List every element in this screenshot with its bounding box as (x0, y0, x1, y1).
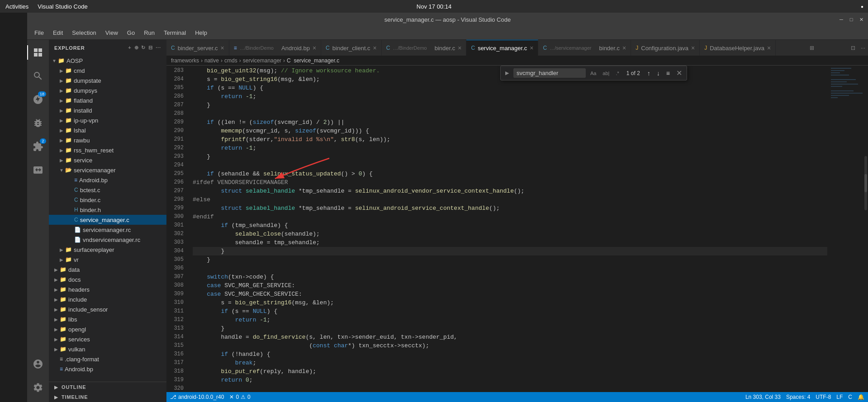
tree-service-manager-c[interactable]: ▶ Cservice_manager.c (49, 215, 166, 225)
tree-libs[interactable]: ▶📁libs (49, 314, 166, 324)
tab-binder-client[interactable]: C binder_client.c × (321, 40, 382, 56)
tree-service[interactable]: ▶📁service (49, 155, 166, 165)
tab-binder-c-binderdemo[interactable]: C …/BinderDemo binder.c × (382, 40, 467, 56)
more-actions-button[interactable]: ··· (858, 40, 868, 56)
activity-explorer[interactable] (27, 42, 49, 63)
breadcrumb-part-5[interactable]: C service_manager.c (287, 57, 339, 64)
activity-git[interactable]: 18 (27, 89, 49, 110)
tree-servicemanager-rc[interactable]: ▶ 📄servicemanager.rc (49, 225, 166, 235)
tree-android-bp[interactable]: ▶ ≡Android.bp (49, 175, 166, 185)
activity-avatar[interactable] (27, 353, 49, 375)
activity-settings[interactable] (27, 377, 49, 398)
find-match-case-button[interactable]: Aa (588, 70, 598, 77)
tree-rss-hwm-reset[interactable]: ▶📁rss_hwm_reset (49, 145, 166, 155)
tree-android-bp-root[interactable]: ▶ ≡Android.bp (49, 364, 166, 374)
spaces-status[interactable]: Spaces: 4 (786, 394, 810, 400)
find-next-button[interactable]: ↓ (655, 69, 662, 78)
collapse-icon[interactable]: ⊟ (148, 45, 153, 51)
menu-terminal[interactable]: Terminal (160, 28, 190, 38)
position-status[interactable]: Ln 303, Col 33 (745, 394, 781, 400)
line-endings-status[interactable]: LF (836, 394, 843, 400)
new-folder-icon[interactable]: ⊕ (134, 45, 139, 51)
tab-close-icon[interactable]: × (373, 44, 377, 52)
tree-services[interactable]: ▶📁services (49, 334, 166, 344)
language-status[interactable]: C (848, 394, 852, 400)
tab-configuration-java[interactable]: J Configuration.java × (631, 40, 700, 56)
tab-close-icon[interactable]: × (622, 44, 626, 52)
find-extra-button[interactable]: ≡ (664, 69, 672, 78)
activity-debug[interactable] (27, 112, 49, 134)
feedback-icon[interactable]: 🔔 (858, 394, 864, 400)
menu-edit[interactable]: Edit (49, 28, 66, 38)
activities-button[interactable]: Activities (0, 0, 34, 13)
tree-servicemanager[interactable]: ▼📂servicemanager (49, 165, 166, 175)
tree-surfacereplayer[interactable]: ▶📁surfacereplayer (49, 245, 166, 255)
menu-file[interactable]: File (31, 28, 47, 38)
breadcrumb-part-4[interactable]: servicemanager (243, 57, 281, 64)
breadcrumb-part-1[interactable]: frameworks (171, 57, 199, 64)
tree-binder-c[interactable]: ▶ Cbinder.c (49, 195, 166, 205)
menu-selection[interactable]: Selection (68, 28, 100, 38)
close-button[interactable]: ✕ (858, 16, 864, 23)
tabs-more-button[interactable]: ⊞ (806, 40, 818, 56)
tree-binder-h[interactable]: ▶ Hbinder.h (49, 205, 166, 215)
find-close-button[interactable]: ✕ (674, 68, 684, 78)
tree-dumpstate[interactable]: ▶📁dumpstate (49, 76, 166, 85)
menu-help[interactable]: Help (191, 28, 211, 38)
tree-rawbu[interactable]: ▶📁rawbu (49, 135, 166, 145)
tree-cmd[interactable]: ▶ 📁 cmd (49, 66, 166, 76)
tab-close-icon[interactable]: × (221, 44, 224, 52)
tree-include-sensor[interactable]: ▶📁include_sensor (49, 304, 166, 314)
tree-docs[interactable]: ▶📁docs (49, 274, 166, 284)
breadcrumb-part-3[interactable]: cmds (224, 57, 237, 64)
outline-header[interactable]: ▶ OUTLINE (49, 382, 166, 392)
errors-status[interactable]: ✕ 0 ⚠ 0 (229, 394, 250, 400)
maximize-button[interactable]: □ (848, 16, 854, 23)
tab-android-bp[interactable]: ≡ …/BinderDemo Android.bp × (229, 40, 321, 56)
find-prev-button[interactable]: ↑ (645, 69, 652, 78)
refresh-icon[interactable]: ↻ (141, 45, 146, 51)
tree-flatland[interactable]: ▶📁flatland (49, 95, 166, 105)
minimize-button[interactable]: ─ (838, 16, 844, 23)
menu-go[interactable]: Go (123, 28, 138, 38)
tab-close-icon[interactable]: × (767, 44, 771, 52)
tab-binder-server[interactable]: C binder_server.c × (166, 40, 229, 56)
tab-binder-c-servicemanager[interactable]: C …/servicemanager binder.c × (538, 40, 631, 56)
breadcrumb-part-2[interactable]: native (204, 57, 219, 64)
menu-view[interactable]: View (102, 28, 122, 38)
tree-data[interactable]: ▶📁data (49, 265, 166, 274)
tab-service-manager[interactable]: C service_manager.c × (466, 40, 538, 56)
tree-vr[interactable]: ▶📁vr (49, 255, 166, 265)
tree-bctest-c[interactable]: ▶ Cbctest.c (49, 185, 166, 195)
split-editor-button[interactable]: ⊡ (848, 40, 858, 56)
tree-headers[interactable]: ▶📁headers (49, 284, 166, 294)
find-whole-word-button[interactable]: ab| (601, 70, 611, 77)
encoding-status[interactable]: UTF-8 (816, 394, 831, 400)
tree-vndservicemanager-rc[interactable]: ▶ 📄vndservicemanager.rc (49, 235, 166, 245)
find-input[interactable] (513, 68, 586, 78)
activity-remote[interactable] (27, 159, 49, 181)
tree-installd[interactable]: ▶📁installd (49, 105, 166, 115)
tab-close-icon[interactable]: × (313, 44, 316, 52)
tab-close-icon[interactable]: × (691, 44, 695, 52)
tree-lshal[interactable]: ▶📁lshal (49, 125, 166, 135)
tree-ip-up-vpn[interactable]: ▶📁ip-up-vpn (49, 115, 166, 125)
timeline-header[interactable]: ▶ TIMELINE (49, 392, 166, 402)
git-branch-status[interactable]: ⎇ android-10.0.0_r40 (170, 394, 224, 400)
new-file-icon[interactable]: + (128, 45, 131, 51)
tree-clang-format[interactable]: ▶ ≡.clang-format (49, 354, 166, 364)
find-toggle-icon[interactable]: ▶ (503, 69, 511, 77)
tree-root-aosp[interactable]: ▼ 📁 AOSP (49, 56, 166, 66)
more-actions-icon[interactable]: ··· (156, 45, 161, 51)
tree-vulkan[interactable]: ▶📁vulkan (49, 344, 166, 354)
tree-opengl[interactable]: ▶📁opengl (49, 324, 166, 334)
code-editor[interactable]: 283284285286287 288289290291292 29329429… (166, 66, 827, 392)
find-regex-button[interactable]: .* (614, 70, 621, 77)
tab-close-icon[interactable]: × (458, 44, 461, 52)
activity-extensions[interactable]: 2 (27, 136, 49, 157)
tree-include[interactable]: ▶📁include (49, 294, 166, 304)
tab-databasehelper-java[interactable]: J DatabaseHelper.java × (700, 40, 776, 56)
activity-search[interactable] (27, 65, 49, 87)
tab-close-icon[interactable]: × (530, 44, 533, 52)
menu-run[interactable]: Run (140, 28, 158, 38)
